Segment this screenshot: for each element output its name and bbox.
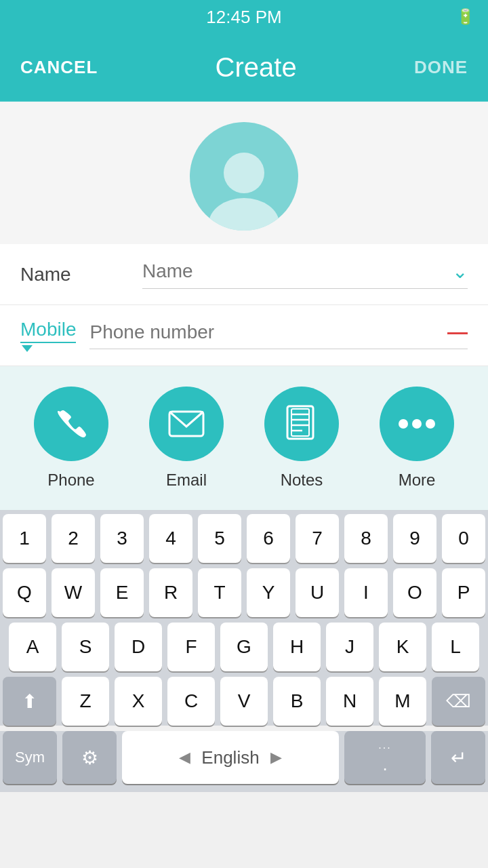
key-row-numbers: 1 2 3 4 5 6 7 8 9 0	[3, 514, 485, 563]
form-section: Name ⌄ Mobile —	[0, 244, 488, 366]
mobile-label-wrapper[interactable]: Mobile	[20, 319, 76, 352]
email-circle[interactable]	[149, 387, 224, 461]
key-p[interactable]: P	[442, 568, 485, 617]
name-row: Name ⌄	[0, 244, 488, 305]
key-j[interactable]: J	[326, 623, 373, 671]
svg-rect-5	[291, 409, 309, 436]
space-left-arrow: ◀	[179, 749, 190, 766]
phone-input-wrapper[interactable]: —	[89, 321, 468, 349]
key-v[interactable]: V	[220, 677, 268, 726]
key-4[interactable]: 4	[149, 514, 192, 563]
more-circle[interactable]	[380, 387, 454, 461]
notes-circle[interactable]	[264, 387, 339, 461]
toolbar: CANCEL Create DONE	[0, 34, 488, 102]
key-i[interactable]: I	[344, 568, 388, 617]
key-w[interactable]: W	[52, 568, 95, 617]
space-label: English	[201, 747, 259, 768]
notes-action-label: Notes	[281, 471, 323, 490]
name-input-wrapper[interactable]: ⌄	[142, 260, 468, 289]
svg-point-11	[412, 419, 422, 429]
keyboard: 1 2 3 4 5 6 7 8 9 0 Q W E R T Y U I O P …	[0, 510, 488, 726]
key-1[interactable]: 1	[3, 514, 46, 563]
key-2[interactable]: 2	[52, 514, 95, 563]
key-k[interactable]: K	[379, 623, 426, 671]
space-right-arrow: ▶	[270, 749, 282, 766]
key-y[interactable]: Y	[247, 568, 290, 617]
key-3[interactable]: 3	[100, 514, 144, 563]
status-bar: 12:45 PM 🔋	[0, 0, 488, 34]
sym-key[interactable]: Sym	[3, 731, 57, 784]
toolbar-title: Create	[216, 52, 297, 83]
avatar-silhouette	[200, 142, 288, 231]
mobile-dropdown-arrow[interactable]	[22, 345, 33, 352]
action-phone[interactable]: Phone	[34, 387, 108, 490]
status-time: 12:45 PM	[206, 7, 281, 28]
phone-icon	[54, 406, 89, 441]
name-input[interactable]	[142, 260, 445, 282]
key-8[interactable]: 8	[344, 514, 388, 563]
key-r[interactable]: R	[149, 568, 192, 617]
key-row-asdf: A S D F G H J K L	[3, 623, 485, 671]
action-more[interactable]: More	[380, 387, 454, 490]
key-z[interactable]: Z	[62, 677, 109, 726]
more-action-label: More	[399, 471, 436, 490]
svg-point-12	[426, 419, 435, 429]
phone-action-label: Phone	[47, 471, 94, 490]
key-q[interactable]: Q	[3, 568, 46, 617]
key-b[interactable]: B	[273, 677, 321, 726]
key-c[interactable]: C	[167, 677, 215, 726]
avatar-circle[interactable]	[190, 122, 298, 231]
remove-phone-icon[interactable]: —	[447, 322, 468, 342]
key-0[interactable]: 0	[442, 514, 485, 563]
done-button[interactable]: DONE	[414, 57, 468, 78]
key-g[interactable]: G	[220, 623, 268, 671]
action-buttons: Phone Email Notes	[0, 366, 488, 510]
key-m[interactable]: M	[379, 677, 426, 726]
battery-icon: 🔋	[456, 8, 474, 26]
key-x[interactable]: X	[115, 677, 162, 726]
key-6[interactable]: 6	[247, 514, 290, 563]
phone-input[interactable]	[89, 321, 441, 343]
space-key[interactable]: ◀ English ▶	[122, 731, 339, 784]
svg-point-1	[209, 198, 279, 231]
key-o[interactable]: O	[393, 568, 436, 617]
cancel-button[interactable]: CANCEL	[20, 57, 98, 78]
email-action-label: Email	[166, 471, 207, 490]
avatar-section[interactable]	[0, 102, 488, 244]
key-9[interactable]: 9	[393, 514, 436, 563]
key-s[interactable]: S	[62, 623, 109, 671]
chevron-down-icon[interactable]: ⌄	[452, 260, 468, 283]
action-email[interactable]: Email	[149, 387, 224, 490]
backspace-key[interactable]: ⌫	[432, 677, 485, 726]
key-n[interactable]: N	[326, 677, 373, 726]
action-notes[interactable]: Notes	[264, 387, 339, 490]
key-7[interactable]: 7	[296, 514, 339, 563]
key-h[interactable]: H	[273, 623, 321, 671]
keyboard-bottom: Sym ⚙ ◀ English ▶ ··· . ↵	[0, 731, 488, 792]
gear-key[interactable]: ⚙	[62, 731, 117, 784]
notes-icon	[285, 405, 319, 443]
key-l[interactable]: L	[432, 623, 479, 671]
shift-key[interactable]: ⬆	[3, 677, 56, 726]
key-d[interactable]: D	[115, 623, 162, 671]
key-e[interactable]: E	[100, 568, 144, 617]
key-row-zxcv: ⬆ Z X C V B N M ⌫	[3, 677, 485, 726]
key-a[interactable]: A	[9, 623, 56, 671]
key-u[interactable]: U	[296, 568, 339, 617]
key-f[interactable]: F	[167, 623, 215, 671]
mobile-label[interactable]: Mobile	[20, 319, 76, 343]
svg-point-10	[399, 419, 408, 429]
phone-row: Mobile —	[0, 305, 488, 366]
key-t[interactable]: T	[198, 568, 241, 617]
key-row-qwerty: Q W E R T Y U I O P	[3, 568, 485, 617]
key-5[interactable]: 5	[198, 514, 241, 563]
enter-key[interactable]: ↵	[431, 731, 485, 784]
punct-key[interactable]: ··· .	[344, 731, 426, 784]
svg-point-0	[224, 153, 264, 193]
email-icon	[168, 410, 205, 437]
name-label: Name	[20, 264, 129, 285]
more-icon	[398, 417, 436, 431]
phone-circle[interactable]	[34, 387, 108, 461]
